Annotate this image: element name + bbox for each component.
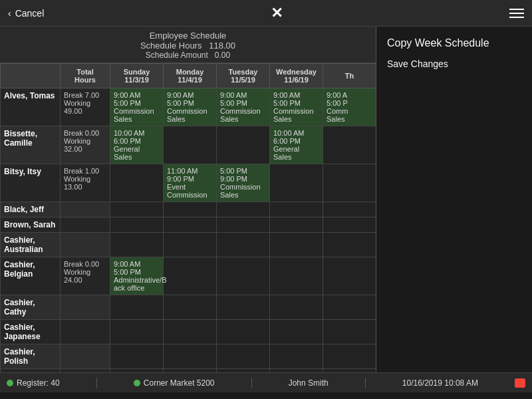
employee-hours	[61, 320, 110, 344]
shift-sunday[interactable]: 9:00 AM 5:00 PM Commission Sales	[110, 88, 164, 126]
shift-thursday[interactable]	[323, 320, 376, 344]
shift-tuesday[interactable]: 5:00 PM 9:00 PM Commission Sales	[217, 164, 270, 202]
employee-hours	[61, 217, 110, 233]
shift-sunday[interactable]	[110, 233, 164, 257]
shift-tuesday[interactable]	[217, 217, 270, 233]
shift-wednesday[interactable]	[270, 369, 323, 373]
shift-wednesday[interactable]	[270, 320, 323, 344]
shift-thursday[interactable]	[323, 369, 376, 373]
table-row[interactable]: Brown, Sarah	[1, 217, 376, 233]
table-row[interactable]: Cashier, South	[1, 369, 376, 373]
alert-status	[515, 378, 525, 388]
employee-hours	[61, 233, 110, 257]
schedule-amount-value: 0.00	[215, 51, 230, 60]
shift-thursday[interactable]	[323, 164, 376, 202]
shift-thursday[interactable]	[323, 344, 376, 369]
table-row[interactable]: Cashier, Polish	[1, 344, 376, 369]
shift-monday[interactable]: 9:00 AM 5:00 PM Commission Sales	[164, 88, 217, 126]
shift-monday[interactable]	[164, 344, 217, 369]
alert-icon	[515, 378, 525, 388]
shift-thursday[interactable]	[323, 257, 376, 295]
shift-sunday[interactable]: 10:00 AM 6:00 PM General Sales	[110, 126, 164, 164]
table-row[interactable]: Bissette, CamilleBreak 0.00 Working 32.0…	[1, 126, 376, 164]
shift-tuesday[interactable]	[217, 344, 270, 369]
shift-tuesday[interactable]: 9:00 AM 5:00 PM Commission Sales	[217, 88, 270, 126]
market-status-icon	[134, 380, 140, 386]
employee-name: Brown, Sarah	[1, 217, 61, 233]
shift-wednesday[interactable]	[270, 344, 323, 369]
shift-monday[interactable]	[164, 320, 217, 344]
shift-tuesday[interactable]	[217, 233, 270, 257]
schedule-body: Alves, TomasBreak 7.00 Working 49.009:00…	[1, 88, 376, 373]
shift-tuesday[interactable]	[217, 126, 270, 164]
shift-thursday[interactable]	[323, 202, 376, 217]
table-row[interactable]: Cashier, Cathy	[1, 295, 376, 320]
shift-monday[interactable]	[164, 126, 217, 164]
back-arrow-icon: ‹	[8, 8, 11, 19]
shift-thursday[interactable]	[323, 126, 376, 164]
table-row[interactable]: Bitsy, ItsyBreak 1.00 Working 13.0011:00…	[1, 164, 376, 202]
schedule-hours-label: Schedule Hours	[140, 41, 202, 51]
shift-tuesday[interactable]	[217, 320, 270, 344]
cancel-button[interactable]: ‹ Cancel	[8, 8, 44, 19]
shift-wednesday[interactable]	[270, 233, 323, 257]
shift-sunday[interactable]	[110, 320, 164, 344]
datetime-status: 10/16/2019 10:08 AM	[402, 378, 478, 388]
employee-name: Cashier, Japanese	[1, 320, 61, 344]
employee-hours: Break 0.00 Working 24.00	[61, 257, 110, 295]
employee-name: Bitsy, Itsy	[1, 164, 61, 202]
employee-hours: Break 7.00 Working 49.00	[61, 88, 110, 126]
table-row[interactable]: Cashier, BelgianBreak 0.00 Working 24.00…	[1, 257, 376, 295]
shift-monday[interactable]: 11:00 AM 9:00 PM Event Commission	[164, 164, 217, 202]
shift-sunday[interactable]	[110, 202, 164, 217]
market-label: Corner Market 5200	[144, 378, 215, 388]
market-status: Corner Market 5200	[134, 378, 215, 388]
shift-tuesday[interactable]	[217, 369, 270, 373]
main-layout: Employee Schedule Schedule Hours 118.00 …	[0, 27, 532, 372]
shift-sunday[interactable]	[110, 295, 164, 320]
shift-tuesday[interactable]	[217, 202, 270, 217]
employee-name: Cashier, Cathy	[1, 295, 61, 320]
save-changes-button[interactable]: Save Changes	[387, 57, 521, 70]
schedule-hours-value: 118.00	[209, 41, 235, 51]
divider-1	[96, 378, 97, 388]
shift-monday[interactable]	[164, 257, 217, 295]
shift-monday[interactable]	[164, 233, 217, 257]
employee-name: Bissette, Camille	[1, 126, 61, 164]
shift-thursday[interactable]: 9:00 A 5:00 P Comm Sales	[323, 88, 376, 126]
shift-thursday[interactable]	[323, 295, 376, 320]
shift-wednesday[interactable]: 10:00 AM 6:00 PM General Sales	[270, 126, 323, 164]
shift-sunday[interactable]: 9:00 AM 5:00 PM Administrative/B ack off…	[110, 257, 164, 295]
shift-thursday[interactable]	[323, 217, 376, 233]
shift-wednesday[interactable]	[270, 202, 323, 217]
table-row[interactable]: Alves, TomasBreak 7.00 Working 49.009:00…	[1, 88, 376, 126]
shift-sunday[interactable]	[110, 369, 164, 373]
shift-monday[interactable]	[164, 295, 217, 320]
shift-monday[interactable]	[164, 369, 217, 373]
table-row[interactable]: Cashier, Australian	[1, 233, 376, 257]
employee-name: Cashier, Australian	[1, 233, 61, 257]
shift-monday[interactable]	[164, 202, 217, 217]
table-row[interactable]: Black, Jeff	[1, 202, 376, 217]
employee-hours	[61, 295, 110, 320]
right-panel: Copy Week Schedule Save Changes	[376, 27, 532, 372]
employee-hours	[61, 369, 110, 373]
shift-sunday[interactable]	[110, 217, 164, 233]
menu-button[interactable]	[509, 9, 524, 18]
shift-sunday[interactable]	[110, 164, 164, 202]
table-row[interactable]: Cashier, Japanese	[1, 320, 376, 344]
shift-monday[interactable]	[164, 217, 217, 233]
shift-wednesday[interactable]	[270, 217, 323, 233]
divider-2	[251, 378, 252, 388]
shift-thursday[interactable]	[323, 233, 376, 257]
employee-name: Alves, Tomas	[1, 88, 61, 126]
shift-wednesday[interactable]	[270, 164, 323, 202]
shift-sunday[interactable]	[110, 344, 164, 369]
shift-tuesday[interactable]	[217, 257, 270, 295]
datetime-label: 10/16/2019 10:08 AM	[402, 378, 478, 388]
shift-wednesday[interactable]: 9:00 AM 5:00 PM Commission Sales	[270, 88, 323, 126]
shift-tuesday[interactable]	[217, 295, 270, 320]
shift-wednesday[interactable]	[270, 257, 323, 295]
shift-wednesday[interactable]	[270, 295, 323, 320]
employee-hours	[61, 344, 110, 369]
